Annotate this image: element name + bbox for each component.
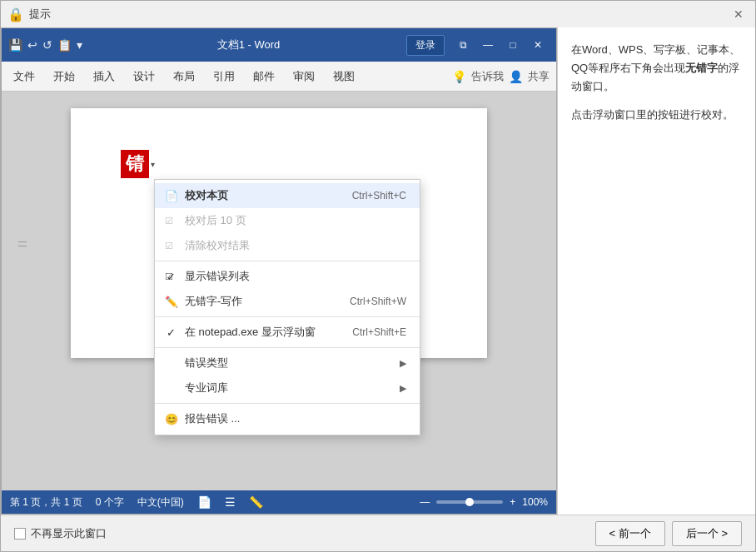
dialog-titlebar: 🔒 提示 ✕ [1, 1, 755, 27]
dialog-body: 💾 ↩ ↺ 📋 ▾ 文档1 - Word 登录 ⧉ — □ ✕ 文件 开始 [1, 27, 755, 515]
check-page-label: 校对本页 [185, 188, 319, 203]
user-icon: 👤 [509, 70, 523, 83]
tab-file[interactable]: 文件 [5, 64, 43, 89]
zoom-plus[interactable]: + [510, 496, 515, 508]
no-show-again-checkbox[interactable] [14, 528, 26, 540]
undo-icon[interactable]: ↩ [27, 38, 37, 52]
status-right: — + 100% [420, 496, 548, 508]
redo-icon[interactable]: ↺ [42, 38, 52, 52]
error-dropdown-arrow[interactable]: ▾ [151, 160, 155, 169]
ruler-icon[interactable]: 📏 [249, 495, 263, 509]
share-label: 共享 [528, 69, 550, 84]
dialog-title-text: 提示 [29, 7, 729, 22]
ribbon: 文件 开始 插入 设计 布局 引用 邮件 审阅 视图 💡 告诉我 👤 共享 [2, 62, 556, 92]
share-button[interactable]: 共享 [528, 69, 550, 84]
tab-layout[interactable]: 布局 [165, 64, 203, 89]
prev-button[interactable]: < 前一个 [595, 521, 665, 546]
tab-mailings[interactable]: 邮件 [245, 64, 283, 89]
customize-icon[interactable]: ▾ [77, 38, 82, 52]
menu-item-check-next10: ☑ 校对后 10 页 [155, 208, 420, 233]
quick-access-toolbar: 💾 ↩ ↺ 📋 ▾ [8, 38, 82, 52]
nav-buttons: < 前一个 后一个 > [595, 521, 742, 546]
view-icon[interactable]: ☰ [225, 495, 236, 509]
tip-bold-nowrongchar: 无错字 [685, 62, 718, 74]
minimize-button[interactable]: — [476, 33, 500, 57]
tab-review[interactable]: 审阅 [285, 64, 323, 89]
show-float-shortcut: Ctrl+Shift+E [352, 326, 406, 338]
save-icon[interactable]: 💾 [8, 38, 22, 52]
tellme-input[interactable]: 告诉我 [471, 69, 504, 84]
word-count: 0 个字 [96, 495, 124, 510]
menu-item-no-error-write[interactable]: ✏️ 无错字-写作 Ctrl+Shift+W [155, 289, 420, 314]
word-window: 💾 ↩ ↺ 📋 ▾ 文档1 - Word 登录 ⧉ — □ ✕ 文件 开始 [1, 27, 557, 515]
menu-separator-1 [155, 261, 420, 261]
no-show-again-label[interactable]: 不再显示此窗口 [14, 526, 107, 541]
word-title: 文档1 - Word [91, 37, 406, 52]
menu-item-report-error[interactable]: 😊 报告错误 ... [155, 406, 420, 431]
zoom-minus[interactable]: — [420, 496, 430, 508]
no-error-write-shortcut: Ctrl+Shift+W [350, 296, 406, 307]
pro-dict-label: 专业词库 [185, 380, 400, 395]
outer-dialog: 🔒 提示 ✕ 💾 ↩ ↺ 📋 ▾ 文档1 - Word 登录 ⧉ — [0, 0, 756, 552]
show-errors-label: 显示错误列表 [185, 269, 406, 284]
error-character[interactable]: 锖 [121, 150, 149, 178]
dialog-bottom: 不再显示此窗口 < 前一个 后一个 > [1, 515, 755, 551]
check-page-shortcut: Ctrl+Shift+C [352, 190, 406, 201]
dialog-close-button[interactable]: ✕ [729, 4, 749, 24]
tab-design[interactable]: 设计 [125, 64, 163, 89]
clear-results-icon: ☑ [165, 241, 173, 251]
word-statusbar: 第 1 页，共 1 页 0 个字 中文(中国) 📄 ☰ 📏 — + 100% [2, 490, 556, 514]
error-type-arrow: ▶ [400, 358, 406, 369]
login-button[interactable]: 登录 [406, 35, 445, 56]
tab-view[interactable]: 视图 [325, 64, 363, 89]
zoom-thumb [465, 498, 474, 506]
ruler-mark [18, 241, 27, 242]
tip-paragraph-2: 点击浮动窗口里的按钮进行校对。 [571, 106, 742, 124]
lightbulb-icon[interactable]: 💡 [452, 70, 466, 83]
clipboard-icon[interactable]: 📋 [57, 38, 72, 52]
maximize-button[interactable]: □ [501, 33, 525, 57]
tab-references[interactable]: 引用 [205, 64, 243, 89]
menu-separator-4 [155, 403, 420, 404]
pro-dict-arrow: ▶ [400, 383, 406, 394]
restore-button[interactable]: ⧉ [451, 33, 475, 57]
ruler-mark [18, 246, 27, 246]
word-page: 锖 ▾ 📄 校对本页 Ctrl+Shift+C ☑ [71, 108, 487, 358]
menu-separator-3 [155, 347, 420, 348]
check-page-icon: 📄 [165, 190, 178, 202]
show-float-label: 在 notepad.exe 显示浮动窗 [185, 325, 319, 340]
no-show-again-text: 不再显示此窗口 [31, 526, 107, 541]
menu-separator-2 [155, 316, 420, 317]
menu-item-show-float[interactable]: 在 notepad.exe 显示浮动窗 Ctrl+Shift+E [155, 320, 420, 345]
language: 中文(中国) [137, 495, 184, 510]
clear-results-label: 清除校对结果 [185, 238, 406, 253]
layout-icon[interactable]: 📄 [197, 495, 211, 509]
show-errors-icon: ☑ [165, 271, 173, 282]
window-controls: ⧉ — □ ✕ [451, 33, 550, 57]
check-next10-icon: ☑ [165, 216, 173, 226]
tip-paragraph-1: 在Word、WPS、写字板、记事本、QQ等程序右下角会出现无错字的浮动窗口。 [571, 41, 742, 96]
zoom-level: 100% [522, 496, 548, 508]
no-error-write-label: 无错字-写作 [185, 294, 316, 309]
error-word-badge[interactable]: 锖 ▾ [121, 150, 155, 178]
report-error-icon: 😊 [165, 413, 178, 425]
no-error-write-icon: ✏️ [165, 296, 178, 308]
check-next10-label: 校对后 10 页 [185, 213, 406, 228]
word-titlebar: 💾 ↩ ↺ 📋 ▾ 文档1 - Word 登录 ⧉ — □ ✕ [2, 28, 556, 62]
menu-item-clear-results: ☑ 清除校对结果 [155, 233, 420, 258]
dialog-title-icon: 🔒 [7, 7, 24, 22]
error-type-label: 错误类型 [185, 356, 400, 370]
next-button[interactable]: 后一个 > [672, 521, 742, 546]
page-info: 第 1 页，共 1 页 [10, 495, 82, 510]
menu-item-error-type[interactable]: 错误类型 ▶ [155, 351, 420, 375]
menu-item-pro-dict[interactable]: 专业词库 ▶ [155, 375, 420, 400]
menu-item-show-errors[interactable]: ☑ 显示错误列表 [155, 264, 420, 289]
ribbon-extra: 💡 告诉我 👤 共享 [452, 69, 550, 84]
left-ruler [18, 241, 27, 246]
word-close-button[interactable]: ✕ [526, 33, 550, 57]
zoom-slider[interactable] [436, 500, 503, 504]
menu-item-check-page[interactable]: 📄 校对本页 Ctrl+Shift+C [155, 183, 420, 208]
right-panel: 在Word、WPS、写字板、记事本、QQ等程序右下角会出现无错字的浮动窗口。 点… [557, 27, 755, 515]
tab-start[interactable]: 开始 [45, 64, 83, 89]
tab-insert[interactable]: 插入 [85, 64, 123, 89]
